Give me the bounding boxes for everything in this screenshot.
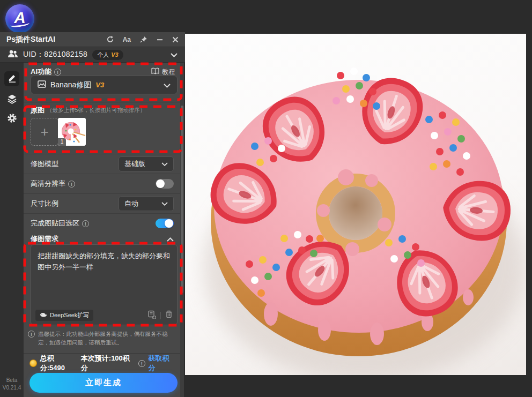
prompt-editor: 把甜甜圈缺失的部分填充，缺失的部分要和图中另外一半一样 DeepSeek扩写	[31, 244, 178, 325]
source-header: 原图 （最多上传5张，长按图片可拖动排序）	[31, 106, 175, 115]
close-icon[interactable]	[172, 36, 179, 43]
info-icon[interactable]	[54, 69, 61, 76]
source-hint: （最多上传5张，长按图片可拖动排序）	[47, 107, 145, 114]
chevron-down-icon	[161, 162, 168, 166]
gear-icon	[7, 113, 17, 125]
pin-icon[interactable]	[140, 36, 147, 43]
ratio-setting-label: 尺寸比例	[31, 199, 58, 208]
deepseek-expand-button[interactable]: DeepSeek扩写	[35, 310, 93, 321]
info-icon	[28, 331, 35, 338]
get-credits-link[interactable]: 获取积分	[149, 354, 176, 373]
plan-version: V3	[111, 51, 118, 58]
model-version-select[interactable]: 基础版	[119, 156, 174, 171]
paste-back-toggle[interactable]	[156, 219, 174, 228]
chevron-down-icon	[164, 80, 171, 90]
tutorial-label: 教程	[162, 68, 175, 77]
plan-label: 个人	[97, 51, 109, 59]
hd-setting-label: 高清分辨率	[31, 179, 75, 189]
prompt-header-label: 修图需求	[31, 234, 58, 244]
users-icon	[8, 50, 18, 60]
tool-strip: Beta V0.21.4	[0, 63, 24, 397]
account-row[interactable]: UID：8261082158 个人 V3	[0, 47, 185, 63]
deepseek-label: DeepSeek扩写	[50, 311, 89, 319]
pencil-icon	[8, 73, 17, 85]
donut-illustration	[185, 34, 526, 375]
uploaded-image-thumbnail[interactable]: 1	[58, 118, 86, 146]
paste-back-label: 完成图贴回选区	[31, 219, 89, 228]
refresh-icon[interactable]	[107, 36, 114, 43]
source-label: 原图	[31, 106, 45, 115]
service-notice: 温馨提示：此功能由外部服务商提供，偶有服务不稳定，如遇使用问题，请稍后重试。	[28, 329, 177, 347]
model-version-value: 基础版	[124, 159, 145, 169]
generate-button[interactable]: 立即生成	[29, 373, 178, 393]
add-image-button[interactable]	[31, 118, 58, 146]
plan-badge: 个人 V3	[92, 50, 123, 60]
setting-row-ratio: 尺寸比例 自动	[24, 193, 180, 213]
total-credits: 总积分:5490	[40, 354, 78, 373]
model-setting-label: 修图模型	[31, 159, 58, 169]
tool-layers-button[interactable]	[4, 92, 19, 107]
coin-icon	[29, 359, 37, 367]
photoshop-canvas	[185, 0, 532, 397]
selected-model-version: V3	[95, 81, 104, 89]
selected-model-name: Banana修图	[50, 80, 91, 90]
chevron-down-icon	[161, 202, 168, 206]
tool-settings-button[interactable]	[4, 111, 19, 126]
trash-icon[interactable]	[165, 310, 173, 320]
ratio-value: 自动	[124, 199, 138, 208]
picture-icon	[38, 80, 46, 90]
ai-function-select[interactable]: Banana修图 V3	[31, 76, 178, 94]
notice-text: 温馨提示：此功能由外部服务商提供，偶有服务不稳定，如遇使用问题，请稍后重试。	[38, 329, 177, 347]
panel-content: AI功能 教程 Banana修图 V3 原图 （最多上传5张，长按图	[24, 63, 180, 397]
prompt-toolbar: DeepSeek扩写	[35, 310, 173, 321]
estimated-cost: 本次预计:100积分	[81, 354, 135, 373]
startai-logo: A	[5, 4, 34, 33]
plugin-title-bar: Ps插件StartAI Aa	[0, 32, 185, 47]
uid-label: UID：8261082158	[23, 50, 87, 59]
divider	[24, 102, 180, 102]
ratio-select[interactable]: 自动	[119, 196, 174, 211]
minimize-icon[interactable]	[157, 36, 163, 43]
panel-scrollbar[interactable]	[180, 63, 184, 397]
hd-toggle[interactable]	[156, 179, 174, 189]
info-icon[interactable]	[82, 220, 89, 227]
layers-icon	[7, 94, 17, 106]
beta-version: Beta V0.21.4	[0, 377, 24, 392]
setting-row-hd: 高清分辨率	[24, 174, 180, 193]
setting-row-model: 修图模型 基础版	[24, 154, 180, 174]
tutorial-button[interactable]: 教程	[151, 68, 175, 77]
tool-edit-button[interactable]	[4, 71, 19, 86]
prompt-history-icon[interactable]	[147, 310, 156, 321]
setting-row-paste-back: 完成图贴回选区	[24, 213, 180, 233]
credits-row: 总积分:5490 本次预计:100积分 获取积分	[29, 358, 175, 369]
scrollbar-thumb[interactable]	[181, 106, 183, 293]
startai-plugin-panel: A Ps插件StartAI Aa UID：8261082158 个人	[0, 0, 185, 397]
prompt-textarea[interactable]: 把甜甜圈缺失的部分填充，缺失的部分要和图中另外一半一样	[31, 245, 177, 305]
whale-icon	[40, 312, 47, 319]
prompt-section-header[interactable]: 修图需求	[31, 234, 174, 244]
chevron-up-icon[interactable]	[167, 234, 174, 244]
divider	[160, 312, 161, 319]
book-icon	[151, 68, 159, 76]
info-icon[interactable]	[138, 360, 145, 367]
chevron-down-icon[interactable]	[171, 50, 178, 59]
thumbnail-index-badge: 1	[58, 138, 66, 146]
donut-image	[185, 34, 526, 375]
info-icon[interactable]	[68, 181, 75, 188]
plugin-title: Ps插件StartAI	[6, 35, 55, 44]
font-size-icon[interactable]: Aa	[123, 36, 131, 43]
